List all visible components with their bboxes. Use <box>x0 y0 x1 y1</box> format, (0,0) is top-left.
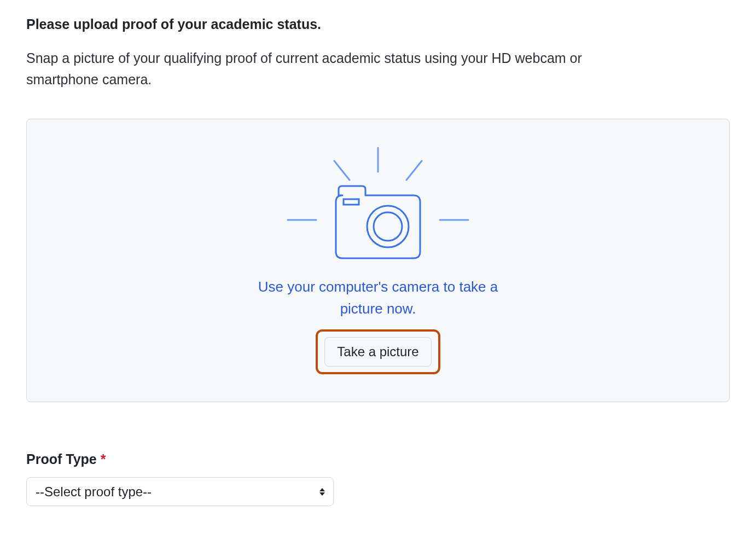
camera-prompt-text: Use your computer's camera to take a pic… <box>236 276 520 320</box>
upload-description: Snap a picture of your qualifying proof … <box>26 48 617 90</box>
proof-type-label-text: Proof Type <box>26 451 97 467</box>
svg-line-1 <box>334 161 350 180</box>
required-asterisk: * <box>101 451 106 467</box>
take-picture-highlight: Take a picture <box>316 329 440 374</box>
camera-illustration <box>282 144 474 265</box>
svg-rect-5 <box>344 199 359 205</box>
proof-type-select[interactable]: --Select proof type-- <box>26 477 334 506</box>
svg-point-7 <box>374 212 402 241</box>
proof-type-label: Proof Type * <box>26 451 730 467</box>
camera-icon <box>282 144 474 265</box>
proof-type-select-wrap: --Select proof type-- <box>26 477 334 506</box>
take-picture-button[interactable]: Take a picture <box>324 337 431 367</box>
upload-panel: Use your computer's camera to take a pic… <box>26 119 730 403</box>
svg-line-2 <box>406 161 422 180</box>
upload-heading: Please upload proof of your academic sta… <box>26 16 730 32</box>
